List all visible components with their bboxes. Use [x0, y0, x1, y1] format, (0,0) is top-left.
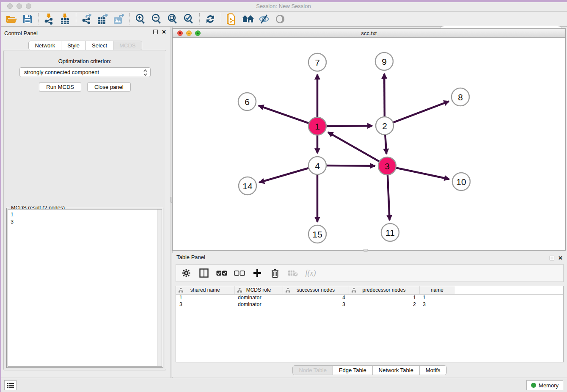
- tab-select[interactable]: Select: [86, 41, 113, 50]
- run-mcds-button[interactable]: Run MCDS: [39, 82, 81, 92]
- table-cell: dominator: [234, 294, 283, 301]
- show-column-button[interactable]: [198, 267, 210, 279]
- select-all-columns-button[interactable]: [216, 267, 228, 279]
- tab-mcds[interactable]: MCDS: [113, 41, 141, 50]
- zoom-selected-button[interactable]: [181, 13, 197, 25]
- toolbar-separator: [76, 13, 76, 25]
- show-task-history-button[interactable]: [4, 380, 17, 390]
- first-neighbors-button[interactable]: [240, 13, 256, 25]
- graph-node-11[interactable]: 11: [381, 224, 399, 241]
- import-network-button[interactable]: [41, 13, 57, 25]
- desktop-edge-left: [0, 0, 1, 392]
- export-table-button[interactable]: [95, 13, 111, 25]
- graph-node-6[interactable]: 6: [238, 93, 256, 110]
- graph-node-4[interactable]: 4: [308, 157, 326, 174]
- import-table-button[interactable]: [57, 13, 73, 25]
- mcds-result-group: MCDS result (2 nodes) 13: [6, 208, 163, 368]
- graph-edge-2-8[interactable]: [392, 101, 449, 123]
- delete-column-button[interactable]: [269, 267, 281, 279]
- column-header-MCDS-role[interactable]: MCDS role: [234, 286, 283, 294]
- document-network-icon: [226, 13, 237, 25]
- graph-node-label: 14: [242, 181, 253, 191]
- function-builder-button[interactable]: f(x): [305, 267, 317, 279]
- graph-node-9[interactable]: 9: [375, 52, 393, 70]
- plus-icon: [253, 269, 261, 277]
- export-table-icon: [97, 14, 108, 25]
- graph-edge-4-14[interactable]: [259, 168, 310, 182]
- horizontal-splitter-handle[interactable]: [363, 249, 368, 252]
- tab-network-table[interactable]: Network Table: [373, 366, 420, 375]
- graph-edge-2-3[interactable]: [385, 133, 386, 154]
- tab-edge-table[interactable]: Edge Table: [333, 366, 373, 375]
- zoom-in-button[interactable]: [132, 13, 149, 25]
- graph-edge-3-10[interactable]: [395, 168, 449, 179]
- graph-edge-3-1[interactable]: [328, 132, 380, 162]
- graph-node-label: 9: [382, 57, 387, 66]
- node-table[interactable]: shared nameMCDS rolesuccessor nodesprede…: [176, 286, 564, 362]
- memory-button[interactable]: Memory: [526, 380, 563, 390]
- hide-selected-button[interactable]: [256, 13, 272, 25]
- graph-node-14[interactable]: 14: [239, 177, 256, 195]
- mcds-tab-content: Optimization criterion: strongly connect…: [3, 50, 166, 370]
- save-session-button[interactable]: [19, 13, 36, 25]
- close-panel-button[interactable]: Close panel: [87, 82, 131, 92]
- apply-layout-button[interactable]: [202, 13, 218, 25]
- mcds-result-textarea[interactable]: 13: [8, 209, 162, 367]
- graph-edge-1-6[interactable]: [259, 106, 310, 124]
- delete-table-button[interactable]: [287, 267, 299, 279]
- graph-edge-3-11[interactable]: [388, 174, 390, 220]
- graph-node-2[interactable]: 2: [376, 117, 394, 135]
- graph-node-8[interactable]: 8: [451, 88, 469, 106]
- network-column-icon: [237, 288, 242, 293]
- desktop-edge-top: [0, 0, 567, 2]
- unselect-all-columns-button[interactable]: [234, 267, 245, 279]
- network-column-icon: [352, 288, 356, 293]
- tab-motifs[interactable]: Motifs: [420, 366, 446, 375]
- network-column-icon: [179, 288, 183, 293]
- tab-style[interactable]: Style: [61, 41, 86, 50]
- table-panel-title: Table Panel: [176, 254, 205, 260]
- mcds-result-line: 1: [11, 211, 14, 218]
- graph-node-label: 6: [245, 97, 250, 107]
- graph-node-7[interactable]: 7: [308, 53, 326, 71]
- graph-node-label: 10: [456, 177, 466, 187]
- export-image-button[interactable]: [111, 13, 127, 25]
- graph-node-1[interactable]: 1: [308, 117, 326, 135]
- graph-node-10[interactable]: 10: [452, 173, 470, 190]
- graph-edge-1-2[interactable]: [325, 126, 372, 126]
- column-header-name[interactable]: name: [419, 286, 455, 294]
- close-table-panel-icon[interactable]: ✕: [558, 256, 563, 260]
- tab-node-table[interactable]: Node Table: [293, 366, 333, 375]
- close-panel-icon[interactable]: ✕: [162, 30, 166, 34]
- graph-edge-4-3[interactable]: [325, 166, 375, 166]
- trash-icon: [271, 269, 279, 278]
- column-header-shared-name[interactable]: shared name: [176, 286, 234, 294]
- export-network-button[interactable]: [79, 13, 95, 25]
- tab-network[interactable]: Network: [29, 41, 61, 50]
- criterion-select[interactable]: strongly connected component: [19, 67, 151, 77]
- graph-node-15[interactable]: 15: [308, 225, 326, 243]
- float-panel-icon[interactable]: [153, 30, 158, 34]
- zoom-fit-button[interactable]: [165, 13, 181, 25]
- result-scrollbar[interactable]: [157, 210, 162, 366]
- create-column-button[interactable]: [251, 267, 263, 279]
- table-cell: 1: [419, 294, 455, 301]
- zoom-out-button[interactable]: [149, 13, 165, 25]
- import-network-icon: [44, 14, 54, 25]
- show-all-button[interactable]: [272, 13, 288, 25]
- table-row[interactable]: 3dominator323: [176, 301, 563, 308]
- table-row[interactable]: 1dominator411: [176, 294, 563, 301]
- new-network-from-selection-button[interactable]: [224, 13, 240, 25]
- criterion-value: strongly connected component: [24, 69, 99, 75]
- float-table-panel-icon[interactable]: [550, 256, 554, 260]
- table-cell: 2: [349, 301, 419, 308]
- graph-node-label: 15: [312, 229, 322, 239]
- column-header-successor-nodes[interactable]: successor nodes: [283, 286, 349, 294]
- column-header-label: name: [431, 287, 443, 293]
- open-session-button[interactable]: [3, 13, 19, 25]
- graph-node-3[interactable]: 3: [378, 157, 396, 175]
- table-settings-button[interactable]: [180, 267, 192, 279]
- column-header-predecessor-nodes[interactable]: predecessor nodes: [349, 286, 419, 294]
- graph-edge-2-9[interactable]: [384, 74, 385, 118]
- network-canvas[interactable]: 7968124314101511: [173, 38, 565, 250]
